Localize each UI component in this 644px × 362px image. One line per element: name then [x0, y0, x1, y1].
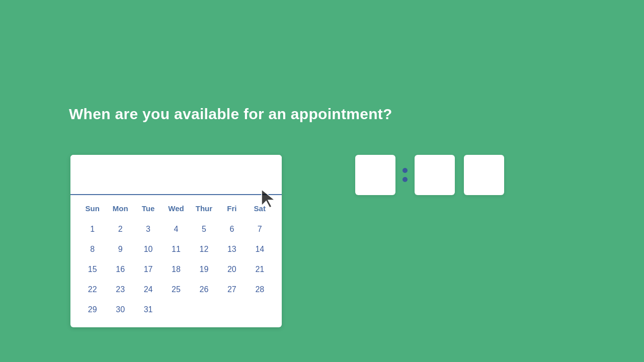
calendar-day[interactable]: 2 — [106, 222, 134, 237]
day-header-thur: Thur — [190, 200, 218, 217]
calendar-day[interactable]: 25 — [162, 282, 190, 297]
calendar-day — [218, 302, 246, 317]
separator-dot-top — [403, 168, 408, 173]
calendar-day — [246, 302, 274, 317]
calendar-day[interactable]: 7 — [246, 222, 274, 237]
calendar-day[interactable]: 10 — [134, 242, 162, 257]
calendar-grid: Sun Mon Tue Wed Thur Fri Sat 12345678910… — [70, 195, 282, 327]
calendar-day[interactable]: 28 — [246, 282, 274, 297]
calendar-day[interactable]: 23 — [106, 282, 134, 297]
cursor-icon — [260, 189, 278, 209]
day-header-fri: Fri — [218, 200, 246, 217]
time-separator — [395, 168, 415, 182]
time-minute-box[interactable] — [415, 155, 455, 195]
calendar-day[interactable]: 24 — [134, 282, 162, 297]
calendar-day[interactable]: 17 — [134, 262, 162, 277]
calendar-day[interactable]: 9 — [106, 242, 134, 257]
calendar-widget: Sun Mon Tue Wed Thur Fri Sat 12345678910… — [70, 155, 282, 327]
time-ampm-box[interactable] — [464, 155, 504, 195]
separator-dot-bottom — [403, 177, 408, 182]
calendar-day[interactable]: 3 — [134, 222, 162, 237]
calendar-day-grid: 1234567891011121314151617181920212223242… — [78, 222, 274, 317]
calendar-day[interactable]: 16 — [106, 262, 134, 277]
calendar-day[interactable]: 31 — [134, 302, 162, 317]
calendar-day[interactable]: 8 — [78, 242, 106, 257]
day-header-sun: Sun — [78, 200, 106, 217]
calendar-day[interactable]: 19 — [190, 262, 218, 277]
day-header-mon: Mon — [106, 200, 134, 217]
calendar-day[interactable]: 5 — [190, 222, 218, 237]
calendar-day[interactable]: 1 — [78, 222, 106, 237]
calendar-day[interactable]: 12 — [190, 242, 218, 257]
calendar-day[interactable]: 6 — [218, 222, 246, 237]
calendar-day[interactable]: 18 — [162, 262, 190, 277]
calendar-day[interactable]: 4 — [162, 222, 190, 237]
calendar-day[interactable]: 21 — [246, 262, 274, 277]
calendar-day — [162, 302, 190, 317]
day-header-tue: Tue — [134, 200, 162, 217]
calendar-day[interactable]: 11 — [162, 242, 190, 257]
calendar-day[interactable]: 13 — [218, 242, 246, 257]
calendar-day[interactable]: 27 — [218, 282, 246, 297]
calendar-day[interactable]: 29 — [78, 302, 106, 317]
calendar-day[interactable]: 20 — [218, 262, 246, 277]
calendar-day — [190, 302, 218, 317]
calendar-day[interactable]: 22 — [78, 282, 106, 297]
calendar-header — [70, 155, 282, 195]
calendar-day[interactable]: 14 — [246, 242, 274, 257]
day-header-wed: Wed — [162, 200, 190, 217]
calendar-day-headers: Sun Mon Tue Wed Thur Fri Sat — [78, 200, 274, 217]
time-picker-area — [355, 155, 504, 195]
calendar-day[interactable]: 26 — [190, 282, 218, 297]
time-hour-box[interactable] — [355, 155, 395, 195]
calendar-day[interactable]: 30 — [106, 302, 134, 317]
calendar-day[interactable]: 15 — [78, 262, 106, 277]
appointment-question: When are you available for an appointmen… — [69, 106, 392, 123]
